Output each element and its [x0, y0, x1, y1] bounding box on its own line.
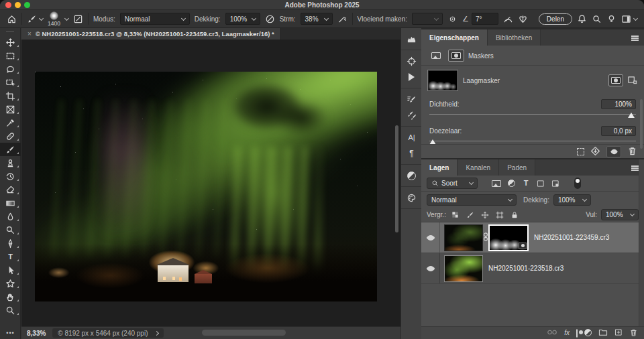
aurora-photo[interactable] [35, 72, 377, 301]
home-icon[interactable] [7, 14, 17, 24]
brush-preset-picker[interactable]: 1400 [48, 11, 68, 27]
dodge-tool[interactable] [0, 223, 21, 236]
density-slider[interactable] [429, 113, 636, 119]
delete-mask-trash-icon[interactable] [627, 146, 637, 157]
delete-layer-trash-icon[interactable] [629, 328, 638, 338]
tab-lagen[interactable]: Lagen [421, 159, 458, 176]
canvas-viewport[interactable] [21, 40, 400, 326]
edit-toolbar-button[interactable]: ••• [0, 330, 21, 336]
slider-thumb[interactable] [628, 113, 635, 118]
add-layer-mask-icon[interactable] [576, 330, 578, 337]
smoothing-select[interactable] [412, 13, 443, 25]
canvas-vertical-scrollbar[interactable] [395, 125, 398, 232]
crop-tool[interactable] [0, 89, 21, 103]
density-value-field[interactable]: 100% [601, 99, 636, 109]
lock-transparency-icon[interactable] [450, 211, 461, 218]
apply-mask-icon[interactable] [590, 146, 600, 157]
paragraph-panel-icon[interactable]: ¶ [401, 145, 422, 161]
canvas-horizontal-scrollbar[interactable] [202, 330, 286, 336]
zoom-tool[interactable] [0, 303, 21, 317]
hand-tool[interactable] [0, 290, 21, 303]
eyedropper-tool[interactable] [0, 116, 21, 129]
filter-pixel-layers-icon[interactable] [491, 180, 502, 187]
layer-opacity-select[interactable]: 100% [553, 194, 591, 206]
toggle-brush-settings-icon[interactable] [73, 14, 83, 24]
layer-name[interactable]: NH20251001-223459.cr3 [534, 234, 609, 241]
filter-type-layers-icon[interactable]: T [521, 180, 531, 187]
history-brush-tool[interactable] [0, 170, 21, 183]
document-info[interactable]: © 8192 px x 5464 px (240 ppi) [52, 328, 164, 338]
shape-tool[interactable] [0, 277, 21, 290]
lock-pixels-icon[interactable] [465, 211, 476, 219]
layer-name[interactable]: NH20251001-223518.cr3 [488, 265, 564, 272]
layer-mask-thumbnail[interactable] [488, 224, 529, 251]
brushes-panel-icon[interactable] [401, 107, 422, 123]
adjustments-panel-icon[interactable] [401, 167, 422, 184]
filter-shape-layers-icon[interactable] [535, 180, 546, 188]
toolbar-grip[interactable] [6, 31, 14, 33]
tab-paden[interactable]: Paden [499, 159, 535, 176]
frame-tool[interactable] [0, 103, 21, 116]
brush-settings-panel-icon[interactable] [401, 91, 422, 107]
brush-tool-preset-icon[interactable] [27, 14, 43, 24]
load-mask-selection-icon[interactable] [577, 148, 584, 155]
new-layer-icon[interactable] [614, 328, 623, 338]
pen-tool[interactable] [0, 236, 21, 250]
character-panel-icon[interactable]: A| [401, 129, 422, 145]
feather-value-field[interactable]: 0,0 px [601, 126, 636, 136]
new-group-folder-icon[interactable] [598, 328, 608, 338]
pressure-opacity-icon[interactable] [265, 14, 275, 24]
minimize-window-button[interactable] [15, 2, 21, 8]
lock-all-icon[interactable] [509, 211, 520, 219]
layer-thumbnail[interactable] [444, 224, 483, 251]
select-pixel-layer-button[interactable] [428, 50, 444, 62]
eraser-tool[interactable] [0, 183, 21, 196]
layer-mask-mode-button[interactable] [608, 74, 623, 86]
blend-mode-select[interactable]: Normaal [120, 13, 190, 25]
object-selection-tool[interactable] [0, 76, 21, 89]
lasso-tool[interactable] [0, 62, 21, 76]
search-icon[interactable] [592, 14, 602, 24]
filter-adjustment-layers-icon[interactable] [506, 180, 517, 187]
blur-tool[interactable] [0, 210, 21, 223]
notifications-bell-icon[interactable] [577, 14, 587, 24]
info-panel-icon[interactable] [401, 53, 422, 69]
path-selection-tool[interactable] [0, 263, 21, 277]
clone-stamp-tool[interactable] [0, 156, 21, 170]
mask-thumbnail[interactable] [428, 70, 458, 90]
mask-link-icon[interactable] [483, 232, 488, 243]
tab-kanalen[interactable]: Kanalen [458, 159, 499, 176]
layer-fill-select[interactable]: 100% [601, 209, 639, 220]
layer-row-top[interactable]: NH20251001-223459.cr3 [421, 222, 644, 253]
tab-bibliotheken[interactable]: Bibliotheken [488, 29, 541, 46]
opacity-select[interactable]: 100% [225, 13, 260, 25]
close-window-button[interactable] [5, 2, 11, 8]
tab-eigenschappen[interactable]: Eigenschappen [421, 29, 488, 46]
gradient-tool[interactable] [0, 196, 21, 210]
properties-scrollbar[interactable] [640, 99, 643, 149]
filter-type-select[interactable]: Soort [427, 178, 478, 189]
filter-smart-objects-icon[interactable] [550, 180, 561, 188]
layer-style-fx-icon[interactable]: fx [564, 330, 570, 336]
pressure-size-icon[interactable] [503, 14, 513, 24]
airbrush-icon[interactable] [337, 14, 347, 24]
layer-visibility-toggle[interactable] [421, 222, 440, 253]
marquee-tool[interactable] [0, 49, 21, 62]
share-button[interactable]: Delen [539, 13, 572, 25]
layer-filtering-toggle[interactable] [574, 178, 581, 189]
panel-menu-icon[interactable] [631, 165, 639, 167]
zoom-window-button[interactable] [24, 2, 30, 8]
move-tool[interactable] [0, 36, 21, 49]
zoom-level-field[interactable]: 8,33% [27, 330, 46, 337]
add-vector-mask-icon[interactable] [627, 75, 637, 86]
histogram-panel-icon[interactable] [401, 31, 422, 47]
actions-panel-icon[interactable] [401, 69, 422, 85]
layer-mask-row[interactable]: Laagmasker [421, 66, 644, 95]
toggle-mask-visibility-button[interactable] [606, 146, 621, 157]
brush-tool[interactable] [0, 143, 21, 156]
panel-menu-icon[interactable] [631, 36, 639, 37]
close-tab-icon[interactable]: × [28, 31, 32, 38]
layer-row-bottom[interactable]: NH20251001-223518.cr3 [421, 253, 644, 284]
type-tool[interactable]: T [0, 250, 21, 263]
layers-scrollbar-track[interactable] [639, 159, 644, 326]
